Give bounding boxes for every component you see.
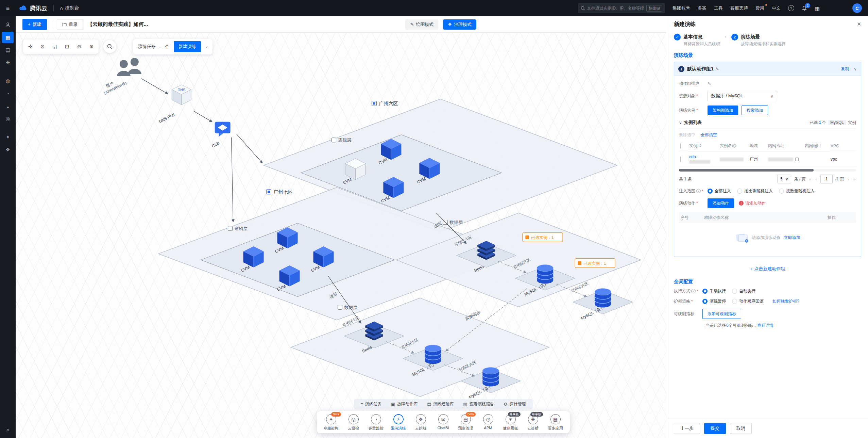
governance-mode-toggle[interactable]: ❖治理模式 [443,19,476,30]
bottombar-fault-library[interactable]: ▣故障动作库 [391,401,418,407]
table-row[interactable]: cdb- 广州 vpc [679,151,856,167]
topbar-link-support[interactable]: 客服支持 [730,5,748,11]
clear-all-link[interactable]: 全部清空 [701,132,717,138]
bottombar-drill-report[interactable]: ▧查看演练报告 [463,401,494,407]
dock-item-plan-management[interactable]: Beta▤预案管理 [455,414,477,431]
fullscreen-icon[interactable]: ◱ [49,41,61,52]
add-metric-button[interactable]: 添加可观测指标 [702,309,741,319]
step-basic-info[interactable]: ✓ 基本信息 目标背景和人员组织 [674,33,720,47]
app-grid-icon[interactable]: ▦ [815,5,820,12]
select-all-checkbox[interactable] [680,143,681,149]
dock-item-apm[interactable]: ◷APM [477,414,499,431]
submit-button[interactable]: 提交 [704,423,726,434]
sidebar-user-icon[interactable] [2,19,14,31]
last-page-icon[interactable]: » [852,177,856,182]
help-icon[interactable]: ? [788,5,794,11]
bottombar-probe-management[interactable]: ⚙探针管理 [504,401,526,407]
dock-item-more-apps[interactable]: ▦更多应用 [545,414,566,431]
radio-drill-pause[interactable]: 演练暂停 [702,298,726,304]
user-node[interactable]: 用户 (APP/Web/H5) [101,58,141,95]
draw-mode-toggle[interactable]: ✎绘图模式 [405,19,438,30]
dock-item-cloud-inspection[interactable]: ◎云巡检 [343,414,364,431]
create-new-button[interactable]: +新建 [22,19,47,30]
topbar-link-group-account[interactable]: 集团账号 [673,5,690,11]
topbar-link-billing[interactable]: 费用 [755,5,764,11]
canvas-search-button[interactable] [103,40,116,53]
topbar-link-language[interactable]: 中文 [772,5,781,11]
collapse-list-icon[interactable]: ∨ [679,120,682,125]
collapse-task-card-icon[interactable]: ‹ [204,44,210,50]
first-page-icon[interactable]: « [809,177,812,182]
sidebar-item-product-4[interactable]: ◎ [2,113,14,125]
selected-instance-tag[interactable]: 已选实例：1 [575,259,615,268]
new-drill-button[interactable]: 新建演练 [174,41,201,52]
row-checkbox[interactable] [680,157,681,162]
collapse-group-icon[interactable]: ∨ [854,67,857,71]
add-by-search-button[interactable]: 搜索添加 [742,106,768,115]
sidebar-collapse-button[interactable]: « [2,424,14,435]
dock-item-cloud-escort[interactable]: ❖云护航 [410,414,432,431]
cancel-button[interactable]: 取消 [730,423,752,434]
shortcut-hint[interactable]: 快捷键 [646,5,662,12]
drill-task-count[interactable]: -- [159,44,162,49]
edit-group-name-icon[interactable]: ✎ [716,67,719,71]
notifications-bell[interactable]: 2 [802,5,807,11]
selected-instance-tag[interactable]: 已选实例：1 [523,233,563,242]
tencent-cloud-logo[interactable]: 腾讯云 [16,4,53,12]
pan-tool-icon[interactable]: ✛ [24,41,36,52]
sidebar-item-product-3[interactable]: ◒ [2,100,14,112]
topbar-link-icp[interactable]: 备案 [698,5,707,11]
scrollbar-thumb[interactable] [679,169,814,172]
zoom-out-icon[interactable]: ⊖ [73,41,85,52]
radio-inject-all[interactable]: 全部注入 [708,188,731,194]
dock-item-health-dashboard[interactable]: 尊享版♥健康看板 [500,414,522,431]
close-icon[interactable]: ✕ [857,21,861,27]
dnspod-node[interactable]: DNS DNS Pod [158,85,191,124]
prev-page-icon[interactable]: ‹ [815,177,818,182]
bottombar-drill-tasks[interactable]: ≡演练任务 [360,401,381,407]
radio-inject-count[interactable]: 按数量随机注入 [779,188,815,194]
search-input[interactable] [587,6,644,11]
dock-item-well-architected[interactable]: Beta✦卓越架构 [320,414,342,431]
dock-item-chaos-drill[interactable]: ⚡混沌演练 [388,414,409,431]
prev-step-button[interactable]: 上一步 [674,423,700,434]
sidebar-item-architecture-active[interactable]: ▦ [2,32,14,43]
add-now-link[interactable]: 立即添加 [784,235,800,241]
zoom-in-icon[interactable]: ⊕ [86,41,97,52]
dock-item-capacity-monitor[interactable]: ◔容量监控 [365,414,387,431]
create-action-group-button[interactable]: + 点击新建动作组 [674,262,861,277]
add-from-diagram-button[interactable]: 架构图添加 [708,106,738,115]
clb-node[interactable]: CLB [211,122,231,149]
resource-type-select[interactable]: 数据库 / MySQL ∨ [708,91,777,101]
sidebar-item-lab[interactable]: ✦ [2,131,14,143]
radio-manual-exec[interactable]: 手动执行 [702,288,726,294]
add-action-button[interactable]: 添加动作 [708,198,734,208]
next-page-icon[interactable]: › [847,177,849,182]
bottombar-experience-library[interactable]: ▤演练经验库 [427,401,454,407]
unlink-tool-icon[interactable]: ⊘ [37,41,48,52]
page-number-input[interactable] [820,175,833,183]
architecture-canvas[interactable]: 广州六区 逻辑层 广州七区 [16,33,667,438]
radio-rollback[interactable]: 动作顺序回滚 [732,298,764,304]
sidebar-item-tools[interactable]: ✚ [2,57,14,68]
delete-selected-link[interactable]: 删除选中 [679,132,695,138]
topbar-link-tools[interactable]: 工具 [714,5,723,11]
fit-view-icon[interactable]: ⊡ [61,41,73,52]
user-avatar[interactable]: C [852,3,862,13]
copy-group-link[interactable]: 复制 [841,66,849,72]
sidebar-item-docs[interactable]: ▤ [2,44,14,56]
view-details-link[interactable]: 查看详情 [757,323,773,328]
global-search[interactable]: 快捷键 [578,3,665,13]
hamburger-menu-icon[interactable]: ≡ [0,0,16,16]
edit-desc-icon[interactable]: ✎ [708,81,711,86]
guardrail-help-link[interactable]: 如何触发护栏? [772,298,799,304]
horizontal-scrollbar[interactable] [679,169,856,172]
sidebar-item-product-1[interactable]: ◍ [2,75,14,87]
dock-item-chatbi[interactable]: ✉ChatBI [432,414,454,431]
instance-id-link[interactable]: cdb- [689,155,697,159]
radio-inject-ratio[interactable]: 按比例随机注入 [737,188,773,194]
step-drill-scene[interactable]: 2 演练场景 故障场景编排和实例选择 [731,33,786,47]
dock-item-cloud-diagnosis[interactable]: 尊享版✚云诊断 [522,414,544,431]
page-size-select[interactable]: 5∨ [777,175,791,183]
console-link[interactable]: ⌂ 控制台 [54,5,85,11]
